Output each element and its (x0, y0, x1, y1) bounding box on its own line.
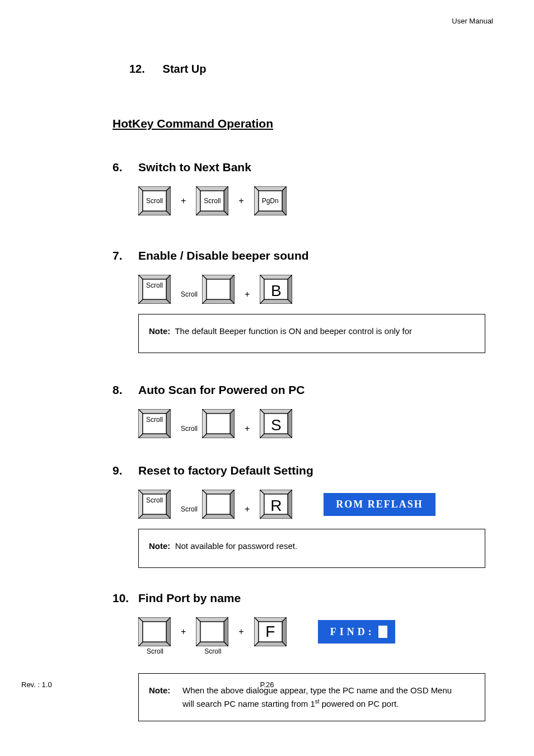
svg-marker-47 (138, 514, 171, 519)
key-side-label: Scroll (181, 425, 198, 433)
main-content: 12. Start Up HotKey Command Operation 6.… (113, 63, 493, 721)
plus-icon: + (245, 289, 250, 299)
svg-marker-66 (224, 617, 228, 646)
key-label: Scroll (146, 197, 163, 205)
svg-marker-25 (260, 275, 292, 279)
keys-row-6: Scroll + Scroll + PgDn (138, 186, 493, 215)
key-scroll: Scroll (138, 186, 171, 215)
svg-marker-52 (202, 514, 235, 519)
note-text: Not available for password reset. (175, 541, 297, 551)
svg-marker-33 (138, 409, 143, 438)
plus-icon: + (238, 627, 243, 637)
hotkey-operation-title: HotKey Command Operation (113, 117, 493, 130)
svg-marker-58 (260, 490, 264, 519)
svg-marker-62 (138, 642, 171, 646)
find-badge: FIND: (318, 620, 395, 644)
key-f: F (254, 617, 287, 646)
svg-rect-69 (200, 622, 224, 642)
svg-marker-55 (260, 490, 292, 494)
svg-marker-72 (254, 642, 287, 646)
svg-marker-7 (196, 211, 228, 215)
sec-title: Start Up (163, 63, 207, 75)
svg-marker-12 (254, 211, 287, 215)
key-side-label: Scroll (181, 505, 198, 513)
svg-rect-64 (143, 622, 166, 642)
section-10-head: 10. Find Port by name (113, 591, 493, 605)
find-label: FIND: (330, 626, 375, 638)
svg-marker-6 (224, 186, 228, 215)
svg-marker-11 (282, 186, 287, 215)
footer-rev: Rev. : 1.0 (21, 680, 52, 689)
plus-icon: + (181, 627, 186, 637)
footer-page: P.26 (260, 680, 274, 689)
svg-marker-71 (282, 617, 287, 646)
sec-title: Auto Scan for Powered on PC (138, 383, 305, 397)
svg-marker-15 (138, 275, 171, 279)
section-12-head: 12. Start Up (129, 63, 493, 76)
rom-reflash-badge: ROM REFLASH (324, 493, 435, 516)
svg-marker-70 (254, 617, 287, 622)
note-text: The default Beeper function is ON and be… (175, 326, 412, 336)
note-sup: st (315, 698, 320, 705)
svg-marker-40 (260, 409, 292, 414)
key-label: Scroll (204, 197, 221, 205)
svg-marker-13 (254, 186, 259, 215)
key-scroll: Scroll (138, 490, 171, 519)
sec-num: 8. (113, 383, 138, 397)
svg-marker-2 (138, 211, 171, 215)
svg-marker-36 (230, 409, 235, 438)
svg-rect-39 (207, 414, 230, 434)
main-title-text: HotKey Command Operation (113, 117, 273, 130)
key-scroll: Scroll (138, 409, 171, 438)
svg-marker-10 (254, 186, 287, 191)
svg-rect-54 (207, 494, 230, 514)
key-label: Scroll (146, 496, 163, 504)
keys-row-10: Scroll + Scroll + F FIND: (138, 617, 493, 646)
svg-marker-48 (138, 490, 143, 519)
svg-marker-16 (166, 275, 171, 304)
svg-rect-24 (207, 279, 230, 299)
header-user-manual: User Manual (452, 17, 493, 25)
plus-icon: + (245, 424, 250, 434)
key-label: F (265, 623, 275, 641)
key-label: Scroll (146, 416, 163, 424)
svg-marker-18 (138, 275, 143, 304)
key-s: S (260, 409, 292, 438)
svg-marker-46 (166, 490, 171, 519)
svg-marker-21 (230, 275, 235, 304)
key-label: S (271, 416, 282, 434)
page-footer: Rev. : 1.0 P.26 (21, 680, 513, 689)
sec-num: 12. (129, 63, 160, 76)
svg-marker-42 (260, 434, 292, 438)
svg-marker-73 (254, 617, 259, 646)
key-blank (202, 275, 235, 304)
note-text-line2a: will search PC name starting from 1 (182, 699, 315, 708)
sec-title: Enable / Disable beeper sound (138, 249, 309, 262)
key-scroll: Scroll (138, 617, 171, 646)
sec-num: 6. (113, 161, 138, 174)
key-label: PgDn (262, 197, 279, 205)
sec-num: 10. (113, 591, 138, 605)
note-label: Note: (149, 326, 170, 336)
sec-num: 9. (113, 464, 138, 477)
note-label: Note: (149, 541, 170, 551)
svg-marker-51 (230, 490, 235, 519)
svg-marker-68 (196, 617, 200, 646)
svg-marker-1 (166, 186, 171, 215)
svg-marker-3 (138, 186, 143, 215)
svg-marker-28 (260, 275, 264, 304)
svg-marker-41 (288, 409, 292, 438)
svg-marker-65 (196, 617, 228, 622)
svg-marker-38 (202, 409, 207, 438)
svg-marker-63 (138, 617, 143, 646)
svg-marker-45 (138, 490, 171, 494)
key-label-below: Scroll (204, 647, 221, 655)
section-7-head: 7. Enable / Disable beeper sound (113, 249, 493, 262)
svg-marker-56 (288, 490, 292, 519)
sec-title: Switch to Next Bank (138, 161, 251, 174)
sec-num: 7. (113, 249, 138, 262)
key-r: R (260, 490, 292, 519)
svg-marker-26 (288, 275, 292, 304)
sec-title: Reset to factory Default Setting (138, 464, 313, 477)
plus-icon: + (245, 504, 250, 514)
